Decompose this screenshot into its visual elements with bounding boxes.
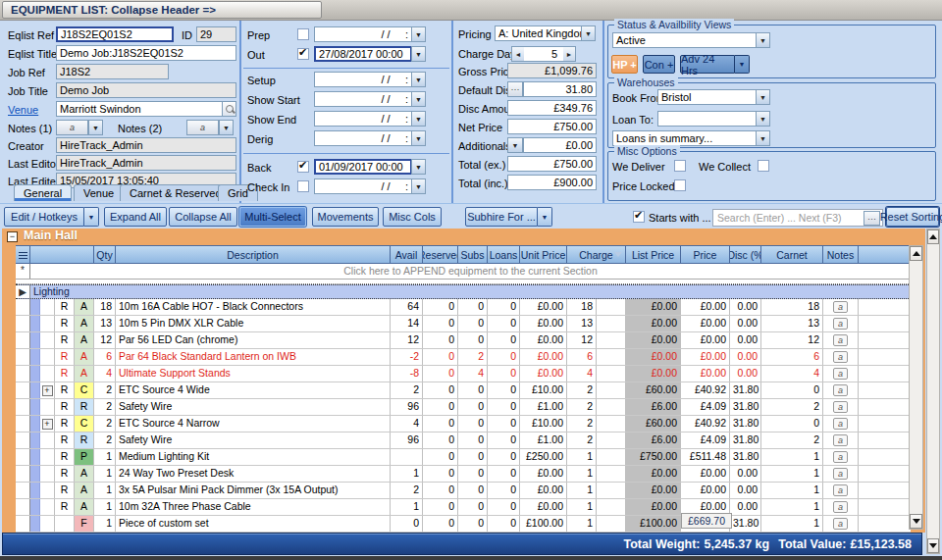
unit-price-cell[interactable]: £0.00	[520, 316, 567, 331]
carnet-cell[interactable]: 0	[761, 416, 823, 432]
description-cell[interactable]: ETC Source 4 Wide	[116, 382, 391, 398]
check-in-date-dropdown-icon[interactable]: ▼	[411, 178, 426, 194]
starts-with-checkbox[interactable]	[633, 211, 645, 223]
qty-cell[interactable]: 1	[94, 483, 116, 498]
charge-cell[interactable]: 1	[567, 516, 597, 532]
carnet-cell[interactable]: 13	[761, 316, 823, 331]
disc-cell[interactable]: 31.80	[730, 416, 761, 432]
row-selector[interactable]	[16, 399, 30, 415]
header-flags[interactable]	[30, 246, 94, 263]
show-start-date-field[interactable]: / / :	[314, 91, 412, 107]
movements-button[interactable]: Movements	[312, 207, 379, 227]
equipment-row[interactable]: RA124 Way Two Preset Desk1000£0.001£0.00…	[16, 466, 911, 483]
additionals-field[interactable]: £0.00	[523, 137, 597, 153]
equipment-row[interactable]: RR2Safety Wire96000£1.002£6.00£4.0931.80…	[16, 433, 911, 449]
disc-cell[interactable]: 31.80	[730, 433, 761, 448]
disc-cell[interactable]: 0.00	[730, 349, 761, 365]
unit-price-cell[interactable]: £0.00	[520, 332, 567, 348]
adv-24hrs-button[interactable]: Adv 24 Hrs	[680, 55, 735, 74]
unit-price-cell[interactable]: £0.00	[520, 366, 567, 382]
row-selector[interactable]	[16, 516, 30, 532]
header-subs[interactable]: Subs	[458, 246, 488, 263]
window-scrollbar[interactable]	[926, 229, 940, 554]
default-disc-field[interactable]: 31.80	[523, 81, 597, 97]
qty-cell[interactable]: 2	[94, 382, 116, 398]
loan-to-select[interactable]	[657, 111, 757, 127]
charge-cell[interactable]: 1	[567, 449, 597, 465]
header-avail[interactable]: Avail	[391, 246, 423, 263]
note-icon[interactable]: a	[833, 501, 848, 513]
equipment-row[interactable]: +RC2ETC Source 4 Wide2000£10.002£60.00£4…	[16, 382, 911, 399]
header-description[interactable]: Description	[116, 246, 391, 263]
charge-cell[interactable]: 2	[567, 399, 597, 415]
unit-price-cell[interactable]: £100.00	[520, 516, 567, 532]
header-list-price[interactable]: List Price	[626, 246, 681, 263]
scroll-up-icon[interactable]	[910, 246, 922, 261]
window-scroll-down-icon[interactable]	[927, 538, 939, 553]
equipment-row[interactable]: RA1310m 5 Pin DMX XLR Cable14000£0.0013£…	[16, 316, 911, 332]
carnet-cell[interactable]: 0	[761, 382, 823, 398]
back-date-dropdown-icon[interactable]: ▼	[411, 159, 426, 175]
note-icon[interactable]: a	[833, 318, 848, 330]
header-notes[interactable]: Notes	[823, 246, 859, 263]
carnet-cell[interactable]: 1	[761, 449, 823, 465]
subhire-dropdown-icon[interactable]: ▼	[538, 207, 552, 227]
group-title[interactable]: Lighting	[30, 285, 911, 298]
prep-checkbox[interactable]	[297, 28, 309, 40]
expand-row-icon[interactable]: +	[42, 385, 53, 396]
row-selector[interactable]	[16, 483, 30, 498]
disc-more-icon[interactable]: ···	[507, 81, 523, 97]
carnet-cell[interactable]: 1	[761, 516, 823, 532]
section-group-row[interactable]: ▶ Lighting	[16, 284, 911, 299]
description-cell[interactable]: 10m 16A Cable HO7 - Black Connectors	[116, 299, 391, 315]
subhire-for-button[interactable]: Subhire For ...	[465, 207, 538, 227]
edit-hotkeys-dropdown-icon[interactable]: ▼	[84, 207, 99, 227]
loans-summary-dropdown-icon[interactable]: ▼	[756, 130, 770, 146]
stepper-right-icon[interactable]: ►	[563, 47, 575, 61]
expand-all-button[interactable]: Expand All	[104, 207, 167, 227]
column-config-icon[interactable]	[16, 246, 30, 263]
we-deliver-checkbox[interactable]	[674, 160, 686, 172]
qty-cell[interactable]: 1	[94, 466, 116, 482]
pricing-select[interactable]: A: United Kingdom (GBP)	[495, 25, 582, 41]
row-selector[interactable]	[16, 449, 30, 465]
unit-price-cell[interactable]: £250.00	[520, 449, 567, 465]
total-ex-field[interactable]: £750.00	[507, 156, 597, 172]
net-price-field[interactable]: £750.00	[507, 119, 597, 134]
description-cell[interactable]: Medium Lighting Kit	[116, 449, 391, 465]
disc-cell[interactable]: 0.00	[730, 332, 761, 348]
search-more-icon[interactable]: ···	[864, 211, 880, 226]
qty-cell[interactable]: 18	[94, 299, 116, 315]
notes1-dropdown-icon[interactable]: ▼	[88, 120, 103, 135]
qty-cell[interactable]: 1	[94, 449, 116, 465]
note-icon[interactable]: a	[833, 368, 848, 380]
note-icon[interactable]: a	[833, 518, 848, 530]
tab-carnet-reserved[interactable]: Carnet & Reserved	[120, 184, 232, 201]
row-selector[interactable]	[16, 433, 30, 448]
row-selector[interactable]	[16, 416, 30, 432]
carnet-cell[interactable]: 4	[761, 366, 823, 382]
carnet-cell[interactable]: 1	[761, 499, 823, 515]
hp-plus-button[interactable]: HP +	[611, 55, 638, 74]
description-cell[interactable]: 3x 5A Pulsar Mini Pack Dimmer (3x 15A Ou…	[116, 483, 391, 498]
charge-days-stepper[interactable]: ◄ 5 ►	[511, 46, 576, 62]
expand-row-icon[interactable]: +	[42, 419, 53, 430]
carnet-cell[interactable]: 1	[761, 483, 823, 498]
equipment-row[interactable]: RA110m 32A Three Phase Cable1000£0.001£0…	[16, 499, 911, 516]
row-selector[interactable]	[16, 499, 30, 515]
grid-scrollbar[interactable]	[909, 245, 923, 530]
multi-select-button[interactable]: Multi-Select	[239, 207, 306, 227]
note-icon[interactable]: a	[833, 468, 848, 480]
qty-cell[interactable]: 1	[94, 516, 116, 532]
loans-summary-select[interactable]: Loans in summary...	[612, 130, 757, 146]
collapse-header-button[interactable]: EQUIPMENT LIST: Collapse Header =>	[2, 1, 322, 19]
disc-cell[interactable]: 31.80	[730, 516, 761, 532]
row-selector[interactable]	[16, 466, 30, 482]
derig-date-dropdown-icon[interactable]: ▼	[411, 130, 426, 146]
carnet-cell[interactable]: 18	[761, 299, 823, 315]
equipment-row[interactable]: RA4Ultimate Support Stands-8040£0.004£0.…	[16, 366, 911, 382]
prep-date-field[interactable]: / / :	[314, 26, 412, 42]
equipment-row[interactable]: RA12Par 56 LED Can (chrome)12000£0.0012£…	[16, 332, 911, 349]
prep-date-dropdown-icon[interactable]: ▼	[411, 26, 426, 42]
header-carnet[interactable]: Carnet	[761, 246, 823, 263]
